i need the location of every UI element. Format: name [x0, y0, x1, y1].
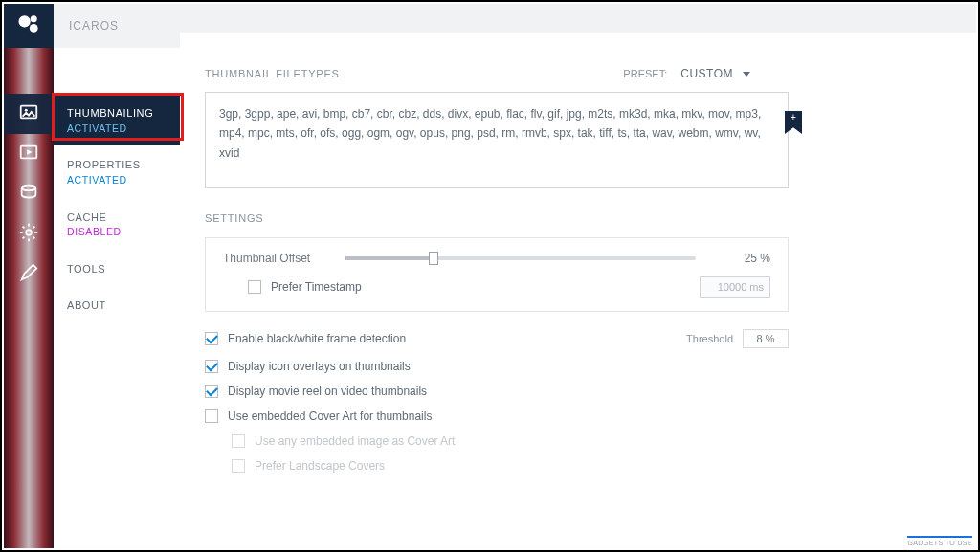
filetypes-heading: THUMBNAIL FILETYPES	[205, 68, 340, 79]
thumbnail-offset-label: Thumbnail Offset	[223, 252, 328, 265]
icon-overlays-checkbox[interactable]	[205, 360, 218, 373]
settings-panel: Thumbnail Offset 25 % Prefer Timestamp 1…	[205, 237, 789, 312]
movie-reel-checkbox[interactable]	[205, 385, 218, 398]
sidebar-item-thumbnailing[interactable]: THUMBNAILING ACTIVATED	[54, 94, 180, 145]
any-embedded-label: Use any embedded image as Cover Art	[255, 434, 455, 448]
sidebar-item-properties[interactable]: PROPERTIES ACTIVATED	[54, 145, 180, 197]
header-strip	[180, 4, 976, 33]
chevron-down-icon	[743, 72, 750, 77]
prefer-timestamp-input[interactable]: 10000 ms	[700, 276, 770, 298]
sidebar-item-label: TOOLS	[67, 261, 167, 277]
filetypes-textarea[interactable]: 3gp, 3gpp, ape, avi, bmp, cb7, cbr, cbz,…	[205, 92, 789, 188]
sidebar-item-about[interactable]: ABOUT	[54, 286, 180, 323]
settings-heading: SETTINGS	[205, 212, 951, 224]
threshold-input[interactable]: 8 %	[743, 329, 789, 348]
sidebar-item-label: CACHE	[67, 210, 167, 226]
sidebar-item-label: THUMBNAILING	[67, 105, 167, 121]
preset-dropdown[interactable]: CUSTOM	[680, 67, 750, 80]
prefer-timestamp-label: Prefer Timestamp	[271, 280, 362, 294]
rail-thumbnailing[interactable]	[4, 94, 54, 134]
cover-art-label: Use embedded Cover Art for thumbnails	[228, 409, 432, 423]
logo-tile	[4, 4, 54, 48]
bookmark-add-button[interactable]: +	[785, 111, 802, 134]
main-panel: THUMBNAIL FILETYPES PRESET: CUSTOM 3gp, …	[180, 4, 976, 548]
icon-overlays-label: Display icon overlays on thumbnails	[228, 360, 411, 373]
sidebar-item-status: ACTIVATED	[67, 173, 167, 188]
landscape-covers-checkbox[interactable]	[232, 459, 245, 473]
bw-detection-checkbox[interactable]	[205, 332, 218, 345]
disk-icon	[18, 182, 39, 207]
svg-point-6	[22, 186, 36, 191]
thumbnail-offset-value: 25 %	[726, 252, 770, 265]
landscape-covers-label: Prefer Landscape Covers	[255, 459, 385, 473]
svg-point-1	[31, 15, 37, 22]
prefer-timestamp-checkbox[interactable]	[248, 280, 261, 294]
sidebar: ICAROS THUMBNAILING ACTIVATED PROPERTIES…	[54, 4, 180, 548]
gear-icon	[18, 222, 39, 247]
play-icon	[18, 142, 39, 166]
sidebar-item-label: ABOUT	[67, 298, 167, 314]
brush-icon	[18, 262, 39, 287]
svg-point-0	[19, 15, 31, 27]
icon-rail	[4, 4, 54, 548]
image-icon	[18, 101, 39, 126]
rail-tools[interactable]	[4, 214, 54, 254]
svg-point-4	[25, 109, 28, 112]
rail-properties[interactable]	[4, 134, 54, 174]
preset-label: PRESET:	[623, 68, 667, 79]
rail-about[interactable]	[4, 254, 54, 295]
sidebar-item-status: ACTIVATED	[67, 121, 167, 137]
sidebar-item-label: PROPERTIES	[67, 157, 167, 173]
bw-detection-label: Enable black/white frame detection	[228, 332, 406, 345]
sidebar-item-cache[interactable]: CACHE DISABLED	[54, 198, 180, 250]
thumbnail-offset-slider[interactable]	[345, 256, 696, 260]
threshold-label: Threshold	[686, 333, 733, 344]
app-logo-icon	[15, 11, 42, 41]
cover-art-checkbox[interactable]	[205, 409, 218, 423]
movie-reel-label: Display movie reel on video thumbnails	[228, 385, 427, 398]
svg-point-2	[30, 24, 38, 33]
slider-thumb[interactable]	[429, 252, 438, 265]
any-embedded-checkbox[interactable]	[232, 434, 245, 448]
svg-point-7	[26, 230, 32, 235]
rail-cache[interactable]	[4, 174, 54, 214]
preset-value: CUSTOM	[680, 67, 733, 80]
sidebar-item-status: DISABLED	[67, 225, 167, 240]
watermark: GADGETS TO USE	[907, 536, 972, 546]
app-name: ICAROS	[54, 4, 180, 48]
sidebar-item-tools[interactable]: TOOLS	[54, 250, 180, 287]
